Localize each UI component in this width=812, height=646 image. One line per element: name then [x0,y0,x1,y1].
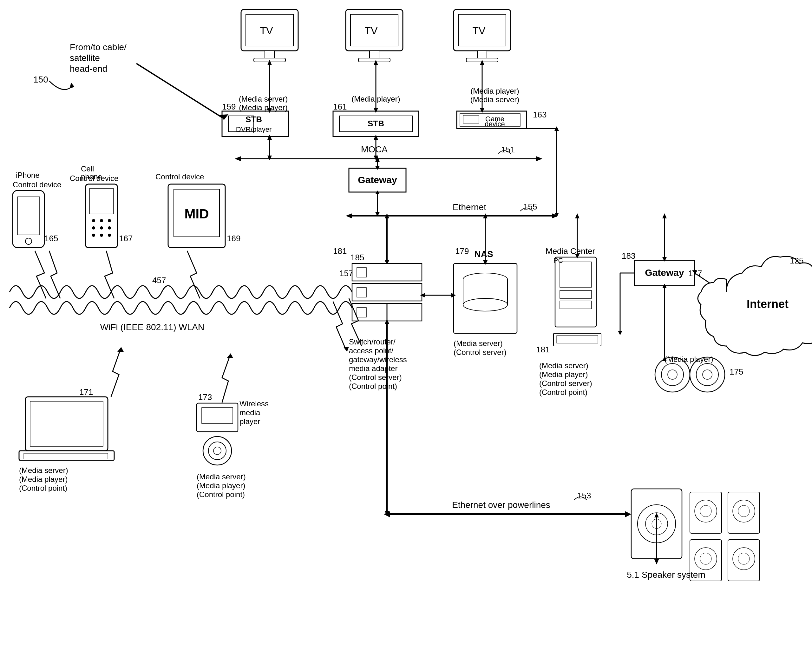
svg-point-67 [100,234,103,237]
laptop-media-server-label: (Media server) [19,466,68,475]
ref-173: 173 [198,392,212,402]
wmp-media-server-label: (Media server) [197,472,246,481]
ref-183: 183 [622,251,635,260]
svg-point-122 [702,370,712,380]
cable-head-end-label2: satellite [70,53,100,63]
svg-point-132 [738,505,749,517]
ref-179: 179 [455,246,469,256]
diagram-container: TV TV TV STB DVR/player 159 [0,0,812,646]
stb-dvr-label: STB [246,115,262,124]
control-device-iphone-label: Control device [13,180,61,189]
phone-label: phone [81,172,102,181]
ref-167: 167 [119,234,133,243]
wmp-media-player-label: (Media player) [197,481,245,490]
gateway2-label: Gateway [645,267,684,278]
gateway1-label: Gateway [358,175,397,185]
svg-point-138 [738,553,749,565]
pc-media-player-label: (Media player) [539,370,588,379]
tv1-label: TV [260,25,273,37]
ref-177: 177 [688,269,702,278]
ref-181-right: 181 [536,345,550,354]
svg-rect-92 [560,291,592,299]
svg-rect-8 [359,58,390,62]
ref-171: 171 [79,387,93,397]
svg-rect-56 [17,197,40,235]
svg-point-84 [463,299,508,311]
ref-181-left: 181 [333,246,347,256]
ref-159: 159 [222,102,236,112]
ref-185: 185 [351,253,364,262]
laptop-control-point-label: (Control point) [19,484,67,492]
svg-point-68 [108,234,111,237]
ref-151: 151 [501,145,515,154]
tv2-label: TV [365,25,378,37]
wifi-label: WiFi (IEEE 802.11) WLAN [100,322,204,332]
stb-dvr-sublabel: DVR/player [236,126,272,133]
wireless-media-player-label: Wireless [240,400,269,408]
ref-157: 457 [152,276,166,285]
svg-point-62 [108,219,111,222]
svg-point-66 [92,234,95,237]
svg-point-115 [214,447,221,455]
media-server-label-163: (Media server) [470,95,520,104]
svg-rect-3 [265,51,274,59]
ref-165: 165 [44,234,58,243]
svg-rect-7 [369,51,379,59]
svg-rect-93 [560,301,592,309]
mid-label: MID [185,206,209,221]
ref-155: 155 [524,202,537,211]
nas-control-server-label: (Control server) [453,348,507,357]
nas-media-server-label: (Media server) [453,339,503,347]
switch-router-label: Switch/router/ [349,337,395,346]
ethernet-powerlines-label: Ethernet over powerlines [452,500,550,510]
svg-point-64 [100,227,103,230]
svg-rect-75 [357,288,366,297]
svg-rect-11 [477,51,487,59]
svg-rect-76 [357,308,366,317]
pc-control-server-label: (Control server) [539,379,592,387]
speaker-system-label: 5.1 Speaker system [627,570,705,580]
svg-point-60 [92,219,95,222]
control-device-mid-label: Control device [156,172,204,181]
pc-control-point-label: (Control point) [539,388,588,396]
svg-rect-74 [357,268,366,277]
svg-point-57 [25,238,32,245]
media-player-175-label: (Media player) [664,355,713,363]
stb-label: STB [368,119,384,128]
laptop-media-player-label: (Media player) [19,475,67,484]
ethernet-label: Ethernet [453,202,486,212]
media-player-label-163: (Media player) [470,87,519,95]
ref-125: 125 [790,256,803,265]
ref-175: 175 [730,367,743,377]
switch-router-label6: (Control point) [349,382,397,390]
cable-head-end-label3: head-end [70,64,107,73]
cable-head-end-label: From/to cable/ [70,42,127,52]
switch-router-label3: gateway/wireless [349,355,407,364]
internet-label: Internet [747,297,789,311]
wireless-media-label3: player [240,417,260,426]
pc-media-server-label: (Media server) [539,361,588,370]
ref-150: 150 [33,75,48,84]
ref-157-label: 157 [339,269,353,278]
svg-rect-19 [463,115,479,123]
svg-point-61 [100,219,103,222]
svg-rect-107 [30,401,103,446]
iphone-label: iPhone [16,171,40,179]
media-player-label-159: (Media player) [239,103,287,112]
svg-rect-91 [560,262,592,287]
switch-router-label4: media adapter [349,364,397,373]
gateway1-group: Gateway [349,168,406,192]
pc-label: PC [554,257,563,265]
svg-point-119 [668,370,677,380]
switch-router-label5: (Control server) [349,373,402,381]
ref-153: 153 [577,491,591,500]
game-device-sublabel: device [485,120,505,128]
wmp-control-point-label: (Control point) [197,490,245,499]
ref-161: 161 [333,102,347,112]
cell-phone-label: Cell [81,164,94,173]
svg-point-129 [700,505,711,517]
ref-163: 163 [533,110,546,119]
ref-169: 169 [227,234,240,243]
svg-rect-112 [202,407,233,424]
wireless-media-label2: media [240,408,260,417]
